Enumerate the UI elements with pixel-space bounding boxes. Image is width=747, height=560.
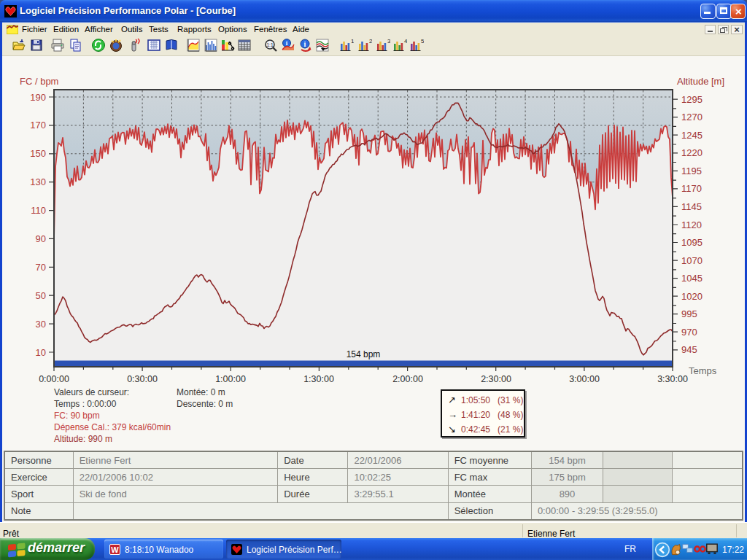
svg-text:1095: 1095 [681, 237, 703, 248]
svg-text:1070: 1070 [681, 255, 703, 266]
svg-text:995: 995 [681, 308, 697, 319]
svg-text:70: 70 [36, 262, 46, 273]
svg-text:10: 10 [36, 347, 46, 358]
svg-text:Altitude [m]: Altitude [m] [677, 76, 724, 87]
svg-text:1220: 1220 [681, 147, 703, 158]
svg-text:1020: 1020 [681, 291, 703, 302]
svg-text:154 bpm: 154 bpm [347, 349, 381, 359]
svg-text:1245: 1245 [681, 130, 703, 141]
svg-text:1045: 1045 [681, 273, 703, 284]
svg-text:0:30:00: 0:30:00 [127, 374, 158, 384]
svg-text:1195: 1195 [681, 166, 702, 176]
svg-text:130: 130 [30, 176, 46, 187]
svg-text:0:00:00: 0:00:00 [39, 374, 69, 384]
svg-text:1295: 1295 [681, 94, 703, 105]
svg-text:170: 170 [30, 120, 46, 131]
svg-text:1:30:00: 1:30:00 [303, 374, 334, 384]
svg-text:945: 945 [681, 344, 697, 355]
svg-text:1270: 1270 [681, 112, 703, 122]
svg-text:Temps: Temps [689, 365, 717, 376]
svg-text:FC / bpm: FC / bpm [20, 76, 58, 87]
svg-text:1120: 1120 [681, 219, 702, 230]
svg-text:1145: 1145 [681, 201, 702, 212]
svg-text:110: 110 [31, 205, 46, 216]
svg-text:2:00:00: 2:00:00 [392, 374, 423, 384]
svg-text:30: 30 [36, 319, 46, 330]
svg-text:1:00:00: 1:00:00 [215, 374, 246, 384]
svg-text:90: 90 [36, 233, 46, 244]
svg-text:2:30:00: 2:30:00 [481, 374, 511, 384]
svg-text:3:00:00: 3:00:00 [569, 374, 600, 384]
svg-text:150: 150 [30, 148, 46, 159]
svg-text:190: 190 [30, 92, 46, 103]
svg-text:3:30:00: 3:30:00 [657, 374, 688, 384]
svg-text:50: 50 [36, 290, 46, 301]
svg-text:970: 970 [681, 327, 697, 338]
svg-text:1170: 1170 [681, 183, 702, 194]
